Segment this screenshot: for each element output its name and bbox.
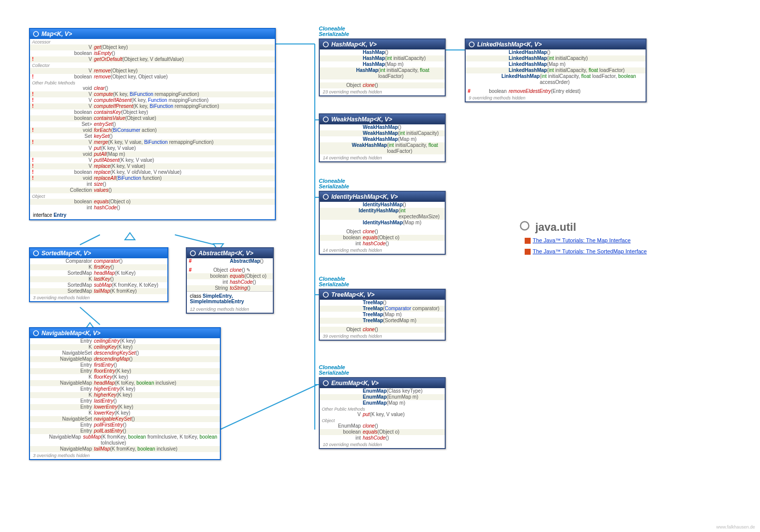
method-row: booleancontainsKey (Object key) xyxy=(30,109,275,115)
method-row: HashMap (Map m) xyxy=(320,61,445,67)
method-row: NavigableMapdescendingMap () xyxy=(30,356,220,362)
method-row: !booleanremove (Object key, Object value… xyxy=(30,74,275,80)
nested-type: interface Entry xyxy=(30,211,275,219)
method-row: WeakHashMap () xyxy=(320,124,445,130)
link-icon xyxy=(525,238,531,244)
method-row: NavigableMapsubMap (K fromKey, boolean f… xyxy=(30,434,220,446)
method-row: EnumMapclone () xyxy=(320,423,445,429)
method-row: HashMap () xyxy=(320,49,445,55)
method-row: inthashCode () xyxy=(187,279,273,285)
method-row: HashMap (int initialCapacity, float load… xyxy=(320,67,445,79)
method-row: !VcomputeIfPresent (K key, BiFunction re… xyxy=(30,103,275,109)
method-row: inthashCode () xyxy=(320,435,445,441)
svg-point-9 xyxy=(323,194,328,199)
method-row: booleanequals (Object o) xyxy=(320,235,445,241)
svg-point-10 xyxy=(323,292,328,297)
class-box-abstractmap: AbstractMap<K, V> #AbstractMap ()#Object… xyxy=(186,247,274,314)
method-row: !Vmerge (K key, V value, BiFunction rema… xyxy=(30,139,275,145)
method-row: Set>entrySet () xyxy=(30,121,275,127)
method-row: !Vcompute (K key, BiFunction remappingFu… xyxy=(30,91,275,97)
method-row: Objectclone () xyxy=(320,82,445,88)
svg-point-3 xyxy=(33,31,38,36)
method-row: Objectclone () xyxy=(320,327,445,333)
method-row: KlastKey () xyxy=(30,276,167,282)
class-box-linkedhashmap: LinkedHashMap<K, V> LinkedHashMap ()Link… xyxy=(465,38,647,102)
method-row: booleanisEmpty () xyxy=(30,50,275,56)
method-row: Vput (K key, V value) xyxy=(30,145,275,151)
section-label: Other Public Methods xyxy=(30,80,275,85)
class-box-map: Map<K, V> AccessorVget (Object key)boole… xyxy=(29,28,276,220)
package-label: java.util xyxy=(520,221,576,234)
method-row: NavigableMapheadMap (K toKey, boolean in… xyxy=(30,380,220,386)
section-label: Collector xyxy=(30,62,275,68)
method-row: EntrypollFirstEntry () xyxy=(30,422,220,428)
method-row: #AbstractMap () xyxy=(187,258,273,264)
method-row: Comparatorcomparator () xyxy=(30,258,167,264)
stereotype-label: CloneableSerializable xyxy=(319,178,349,189)
section-label: Accessor xyxy=(30,39,275,44)
stereotype-label: CloneableSerializable xyxy=(319,26,349,37)
svg-point-4 xyxy=(33,251,38,256)
class-box-sortedmap: SortedMap<K, V> Comparatorcomparator ()K… xyxy=(29,247,168,302)
method-row: Objectclone () xyxy=(320,229,445,235)
method-row: !booleanreplace (K key, V oldValue, V ne… xyxy=(30,169,275,175)
section-label: Other Public Methods xyxy=(320,406,445,412)
method-row: HashMap (int initialCapacity) xyxy=(320,55,445,61)
method-row: EntrylastEntry () xyxy=(30,398,220,404)
method-row: SetkeySet () xyxy=(30,133,275,139)
method-row: !VputIfAbsent (K key, V value) xyxy=(30,157,275,163)
svg-point-13 xyxy=(521,222,529,230)
svg-point-12 xyxy=(469,42,474,47)
method-row: EnumMap (EnumMap m) xyxy=(320,394,445,400)
svg-point-6 xyxy=(190,251,195,256)
method-row: EntryceilingEntry (K key) xyxy=(30,338,220,344)
method-row: LinkedHashMap () xyxy=(466,49,646,55)
section-label: Object xyxy=(320,418,445,423)
class-box-identityhashmap: IdentityHashMap<K, V> IdentityHashMap ()… xyxy=(319,191,446,255)
method-row: KfloorKey (K key) xyxy=(30,374,220,380)
tutorial-link[interactable]: The Java™ Tutorials: The Map Interface xyxy=(525,237,631,244)
method-row: !VgetOrDefault (Object key, V defaultVal… xyxy=(30,56,275,62)
method-row: EntryhigherEntry (K key) xyxy=(30,386,220,392)
method-row: #booleanremoveEldestEntry (Entry eldest) xyxy=(466,88,646,94)
method-row: booleanequals (Object o) xyxy=(320,429,445,435)
method-row: SortedMaptailMap (K fromKey) xyxy=(30,288,167,294)
class-box-treemap: TreeMap<K, V> TreeMap ()TreeMap (Compara… xyxy=(319,289,446,341)
class-box-navigablemap: NavigableMap<K, V> EntryceilingEntry (K … xyxy=(29,327,221,460)
method-row: StringtoString () xyxy=(187,285,273,291)
method-row: TreeMap () xyxy=(320,300,445,306)
method-row: voidputAll (Map m) xyxy=(30,151,275,157)
method-row: KlowerKey (K key) xyxy=(30,410,220,416)
method-row: LinkedHashMap (int initialCapacity) xyxy=(466,55,646,61)
method-row: intsize () xyxy=(30,181,275,187)
method-row: inthashCode () xyxy=(30,205,275,211)
method-row: inthashCode () xyxy=(320,241,445,247)
svg-point-5 xyxy=(33,331,38,336)
method-row: booleanequals (Object o) xyxy=(30,199,275,205)
stereotype-label: CloneableSerializable xyxy=(319,276,349,287)
method-row: booleancontainsValue (Object value) xyxy=(30,115,275,121)
method-row: WeakHashMap (int initialCapacity, float … xyxy=(320,142,445,154)
method-row: EntryfloorEntry (K key) xyxy=(30,368,220,374)
method-row: NavigableMaptailMap (K fromKey, boolean … xyxy=(30,446,220,452)
method-row: SortedMapsubMap (K fromKey, K toKey) xyxy=(30,282,167,288)
method-row: WeakHashMap (Map m) xyxy=(320,136,445,142)
method-row: WeakHashMap (int initialCapacity) xyxy=(320,130,445,136)
method-row: TreeMap (Map m) xyxy=(320,312,445,318)
method-row: EntryfirstEntry () xyxy=(30,362,220,368)
method-row: booleanequals (Object o) xyxy=(187,273,273,279)
link-icon xyxy=(525,249,531,255)
section-label: Object xyxy=(30,193,275,199)
method-row: !Vreplace (K key, V value) xyxy=(30,163,275,169)
method-row: !voidreplaceAll (BiFunction function) xyxy=(30,175,275,181)
method-row: !voidforEach (BiConsumer action) xyxy=(30,127,275,133)
method-row: EnumMap (Class keyType) xyxy=(320,388,445,394)
method-row: EntrylowerEntry (K key) xyxy=(30,404,220,410)
method-row: LinkedHashMap (Map m) xyxy=(466,61,646,67)
method-row: voidclear () xyxy=(30,85,275,91)
method-row: KfirstKey () xyxy=(30,264,167,270)
tutorial-link[interactable]: The Java™ Tutorials: The SortedMap Inter… xyxy=(525,248,647,255)
method-row: NavigableSetnavigableKeySet () xyxy=(30,416,220,422)
method-row: NavigableSetdescendingKeySet () xyxy=(30,350,220,356)
svg-marker-0 xyxy=(125,233,135,240)
